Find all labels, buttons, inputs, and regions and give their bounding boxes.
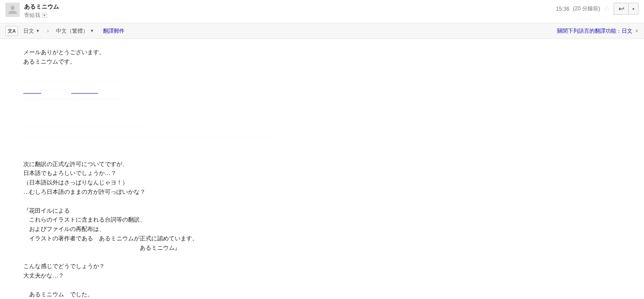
sender-block: あるミニウム 寄給 我 ▾: [24, 3, 556, 19]
body-redacted: [23, 76, 639, 85]
body-redacted: [23, 104, 639, 113]
body-line: こんな感じでどうでしょうか？: [23, 262, 639, 271]
arrow-right-icon: ›: [47, 28, 49, 34]
body-line: 大丈夫かな…？: [23, 271, 639, 281]
body-line: （日本語以外はさっぱりなんじゃヨ！）: [23, 178, 639, 188]
reply-button[interactable]: ↩: [614, 3, 629, 15]
target-language-label: 中文（繁體）: [56, 27, 88, 35]
email-body: メールありがとうございます。 あるミニウムです。 次に翻訳の正式な許可についてで…: [0, 39, 644, 299]
close-icon[interactable]: ×: [635, 27, 639, 34]
body-redacted: [23, 85, 639, 94]
recipient-me: 我: [35, 12, 40, 19]
body-redacted: [23, 141, 639, 150]
recipient-prefix: 寄給: [24, 12, 35, 19]
translate-icon: 文A: [5, 26, 18, 36]
body-redacted: [23, 122, 639, 132]
avatar: [5, 3, 20, 17]
body-line: およびファイルの再配布は、: [23, 225, 639, 234]
body-line: 次に翻訳の正式な許可についてですが、: [23, 160, 639, 169]
person-icon: [8, 5, 17, 15]
body-redacted: [23, 94, 639, 104]
translate-icon-text: 文A: [8, 28, 16, 34]
source-language-select[interactable]: 日文 ▼: [23, 27, 40, 35]
body-line: メールありがとうございます。: [23, 48, 639, 57]
chevron-down-icon: ▼: [36, 29, 40, 33]
email-header: あるミニウム 寄給 我 ▾ 15:36 (20 分鐘前) ☆ ↩ ▾: [0, 0, 644, 23]
chevron-down-icon: ▾: [632, 7, 635, 11]
disable-translation-link[interactable]: 關閉下列語言的翻譯功能：日文: [557, 27, 632, 35]
email-time: 15:36: [556, 6, 569, 12]
recipient-line[interactable]: 寄給 我 ▾: [24, 12, 556, 19]
target-language-select[interactable]: 中文（繁體） ▼: [56, 27, 94, 35]
body-redacted: [23, 132, 639, 141]
body-line: あるミニウム でした。: [23, 290, 639, 299]
body-line: イラストの著作者である あるミニウムが正式に認めています。: [23, 234, 639, 243]
source-language-label: 日文: [23, 27, 34, 35]
email-time-relative: (20 分鐘前): [573, 5, 600, 13]
chevron-down-icon: ▼: [90, 29, 94, 33]
reply-icon: ↩: [618, 4, 624, 13]
body-line: これらのイラストに含まれる台詞等の翻訳、: [23, 215, 639, 225]
body-line: 『花田イルによる: [23, 206, 639, 216]
disable-lang: 日文: [622, 28, 632, 34]
body-line: あるミニウムです。: [23, 57, 639, 67]
sender-name: あるミニウム: [24, 3, 556, 11]
body-line: …むしろ日本語のままの方が許可っぽいかな？: [23, 188, 639, 197]
body-line: 日本語でもよろしいでしょうか…？: [23, 169, 639, 178]
disable-label-prefix: 關閉下列語言的翻譯功能：: [557, 28, 622, 34]
header-right: 15:36 (20 分鐘前) ☆ ↩ ▾: [556, 3, 639, 15]
star-icon[interactable]: ☆: [604, 4, 610, 13]
chevron-down-icon[interactable]: ▾: [42, 13, 47, 18]
translate-bar: 文A 日文 ▼ › 中文（繁體） ▼ 翻譯郵件 關閉下列語言的翻譯功能：日文 ×: [0, 23, 644, 39]
translate-message-link[interactable]: 翻譯郵件: [103, 27, 125, 35]
body-line: あるミニウム』: [23, 243, 639, 253]
more-actions-button[interactable]: ▾: [629, 3, 639, 15]
